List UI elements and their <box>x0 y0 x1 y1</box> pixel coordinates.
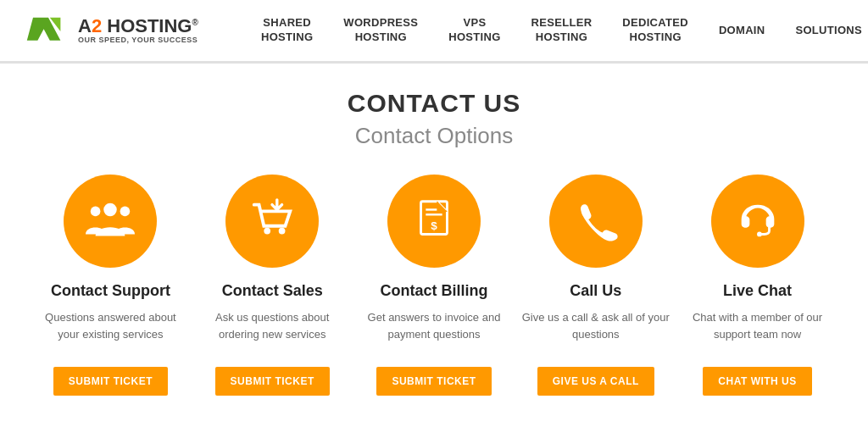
billing-submit-ticket-button[interactable]: SUBMIT TICKET <box>376 367 491 396</box>
call-card-title: Call Us <box>570 281 621 301</box>
support-icon-circle <box>64 175 157 268</box>
sales-icon-circle <box>225 175 319 268</box>
svg-point-3 <box>120 207 131 217</box>
svg-point-2 <box>91 207 101 217</box>
main-nav: SHAREDHOSTING WORDPRESSHOSTING VPSHOSTIN… <box>246 11 868 50</box>
logo-tagline: OUR SPEED, YOUR SUCCESS <box>78 36 198 44</box>
billing-card-desc: Get answers to invoice and payment quest… <box>358 309 511 350</box>
contact-card-call: Call Us Give us a call & ask all of your… <box>519 175 672 396</box>
support-card-title: Contact Support <box>51 281 170 301</box>
svg-point-5 <box>279 228 286 235</box>
support-submit-ticket-button[interactable]: SUBMIT TICKET <box>53 367 168 396</box>
contact-card-chat: Live Chat Chat with a member of our supp… <box>681 175 834 396</box>
chat-with-us-button[interactable]: CHAT WITH US <box>703 367 811 396</box>
nav-dedicated-hosting[interactable]: DEDICATEDHOSTING <box>607 11 704 50</box>
chat-card-title: Live Chat <box>723 281 792 301</box>
people-icon <box>86 197 135 246</box>
contact-card-support: Contact Support Questions answered about… <box>34 175 187 396</box>
chat-icon-circle <box>711 175 804 268</box>
page-title: CONTACT US <box>34 89 834 118</box>
svg-point-4 <box>264 228 271 235</box>
give-us-a-call-button[interactable]: GIVE US A CALL <box>537 367 654 396</box>
cart-icon <box>248 197 297 246</box>
site-header: A2 HOSTING® OUR SPEED, YOUR SUCCESS SHAR… <box>0 0 868 64</box>
billing-card-title: Contact Billing <box>380 281 487 301</box>
logo[interactable]: A2 HOSTING® OUR SPEED, YOUR SUCCESS <box>25 8 212 53</box>
logo-brand: A2 HOSTING® <box>78 17 198 36</box>
section-title: Contact Options <box>34 123 834 149</box>
phone-icon <box>571 197 620 246</box>
headset-icon <box>733 197 782 246</box>
support-card-desc: Questions answered about your existing s… <box>34 309 187 350</box>
nav-wordpress-hosting[interactable]: WORDPRESSHOSTING <box>328 11 433 50</box>
nav-solutions[interactable]: SOLUTIONS <box>780 19 868 43</box>
sales-card-desc: Ask us questions about ordering new serv… <box>196 309 349 350</box>
logo-icon <box>25 8 70 53</box>
contact-options-grid: Contact Support Questions answered about… <box>34 175 834 396</box>
nav-domain[interactable]: DOMAIN <box>704 19 781 43</box>
svg-text:$: $ <box>431 219 437 232</box>
nav-reseller-hosting[interactable]: RESELLERHOSTING <box>516 11 608 50</box>
contact-card-billing: $ Contact Billing Get answers to invoice… <box>358 175 511 396</box>
main-content: CONTACT US Contact Options Contact Suppo… <box>0 64 868 430</box>
chat-card-desc: Chat with a member of our support team n… <box>681 309 834 350</box>
invoice-icon: $ <box>409 197 459 246</box>
svg-point-10 <box>757 232 762 237</box>
contact-card-sales: Contact Sales Ask us questions about ord… <box>196 175 349 396</box>
billing-icon-circle: $ <box>387 175 481 268</box>
call-card-desc: Give us a call & ask all of your questio… <box>519 309 672 350</box>
svg-point-1 <box>104 203 117 216</box>
sales-card-title: Contact Sales <box>222 281 323 301</box>
nav-shared-hosting[interactable]: SHAREDHOSTING <box>246 11 328 50</box>
nav-vps-hosting[interactable]: VPSHOSTING <box>433 11 515 50</box>
call-icon-circle <box>549 175 643 268</box>
sales-submit-ticket-button[interactable]: SUBMIT TICKET <box>215 367 330 396</box>
